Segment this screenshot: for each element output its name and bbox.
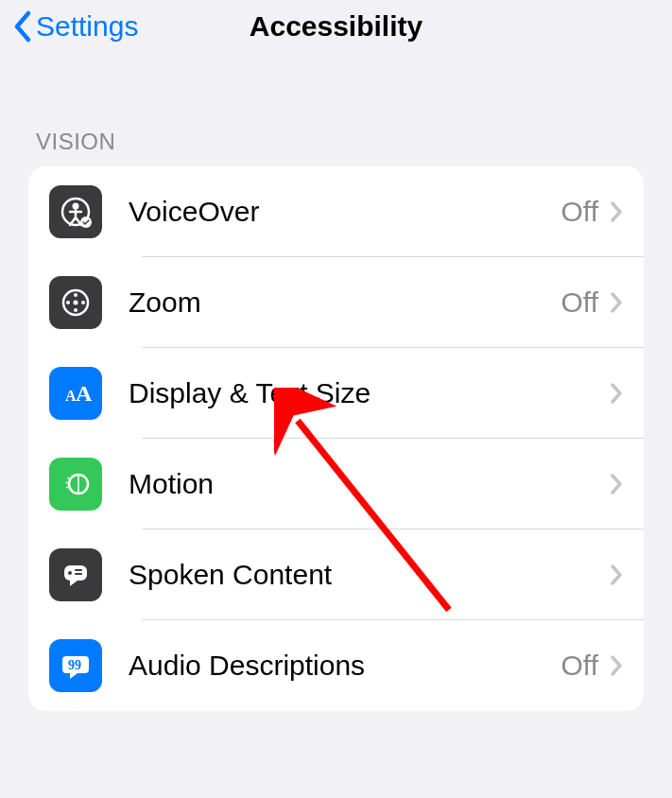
item-label: Motion bbox=[129, 468, 598, 500]
section-header-vision: VISION bbox=[0, 53, 672, 166]
item-label: Audio Descriptions bbox=[129, 650, 561, 682]
chevron-right-icon bbox=[610, 200, 623, 223]
chevron-right-icon bbox=[610, 382, 623, 405]
item-status: Off bbox=[561, 286, 598, 319]
item-label: Display & Text Size bbox=[129, 377, 598, 409]
item-label: Spoken Content bbox=[129, 559, 598, 591]
item-label: Zoom bbox=[129, 286, 561, 319]
list-item-voiceover[interactable]: VoiceOver Off bbox=[28, 166, 644, 257]
text-size-icon: A A bbox=[49, 367, 102, 420]
voiceover-icon bbox=[49, 185, 102, 238]
chevron-right-icon bbox=[610, 291, 623, 314]
motion-icon bbox=[49, 458, 102, 511]
svg-rect-16 bbox=[75, 573, 82, 575]
back-label: Settings bbox=[36, 10, 138, 43]
svg-rect-15 bbox=[75, 569, 82, 571]
svg-point-1 bbox=[73, 203, 79, 210]
spoken-content-icon bbox=[49, 548, 102, 601]
chevron-left-icon bbox=[11, 9, 32, 43]
list-item-motion[interactable]: Motion bbox=[28, 439, 644, 529]
svg-point-5 bbox=[74, 308, 78, 312]
chevron-right-icon bbox=[610, 654, 623, 677]
page-title: Accessibility bbox=[250, 10, 422, 43]
list-item-zoom[interactable]: Zoom Off bbox=[28, 257, 644, 348]
item-status: Off bbox=[561, 196, 598, 228]
svg-point-7 bbox=[81, 301, 85, 304]
item-status: Off bbox=[561, 650, 598, 682]
item-label: VoiceOver bbox=[129, 196, 561, 228]
svg-point-4 bbox=[74, 293, 78, 297]
header-bar: Settings Accessibility bbox=[0, 0, 672, 53]
list-item-spoken-content[interactable]: Spoken Content bbox=[28, 529, 644, 620]
list-item-display-text-size[interactable]: A A Display & Text Size bbox=[28, 348, 644, 439]
svg-point-8 bbox=[74, 301, 78, 305]
back-button[interactable]: Settings bbox=[11, 9, 138, 43]
svg-point-6 bbox=[66, 301, 70, 304]
vision-settings-list: VoiceOver Off Zoom Off A A bbox=[28, 166, 644, 711]
chevron-right-icon bbox=[610, 473, 623, 495]
svg-text:A: A bbox=[76, 381, 93, 406]
list-item-audio-descriptions[interactable]: 99 Audio Descriptions Off bbox=[28, 620, 644, 711]
chevron-right-icon bbox=[610, 564, 623, 586]
svg-text:99: 99 bbox=[68, 658, 81, 672]
zoom-icon bbox=[49, 276, 102, 329]
svg-point-14 bbox=[68, 571, 72, 575]
audio-descriptions-icon: 99 bbox=[49, 639, 102, 692]
